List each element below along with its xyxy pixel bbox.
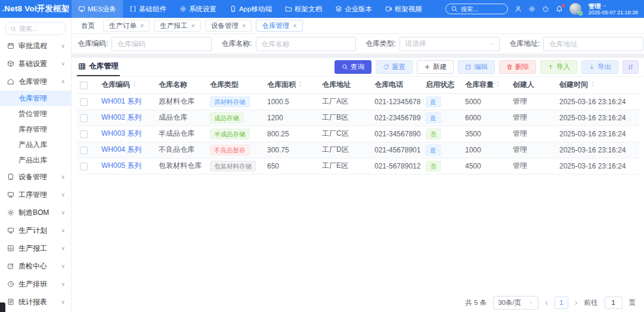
cell-area: 300.75 [264,142,318,158]
cell-capacity: 4500 [462,158,509,174]
sidebar-subitem[interactable]: 货位管理 [0,106,71,121]
row-checkbox[interactable] [80,130,88,138]
row-checkbox[interactable] [80,114,88,122]
navbar-search-input[interactable] [460,5,503,13]
sidebar-group[interactable]: 生产报工∨ [0,239,71,257]
tab-item[interactable]: 仓库管理× [256,20,302,32]
cell-area: 800.25 [264,126,318,142]
edit-button[interactable]: 编辑 [458,60,495,74]
user-block[interactable]: 管理 2025-05-07 21:18:38 [588,2,638,15]
caret-sort-icon [132,81,137,88]
sidebar-group[interactable]: 工序管理∨ [0,186,71,204]
warehouse-code-link[interactable]: WH002 系列 [101,113,141,121]
current-page[interactable]: 1 [555,297,568,309]
cell-phone: 021-34567890 [371,126,422,142]
sidebar-group[interactable]: 质检中心∨ [0,257,71,275]
bell-icon[interactable] [556,5,563,13]
navbar-menu-item[interactable]: App移动端 [223,0,278,18]
sidebar-group[interactable]: 设备管理∨ [0,168,71,186]
reset-button[interactable]: 重置 [376,60,413,74]
cell-capacity: 6000 [462,110,509,126]
cell-address: 工厂E区 [318,158,371,174]
sidebar-group[interactable]: 基础设置∨ [0,55,71,73]
tab-close-icon[interactable]: × [242,23,246,29]
search-button[interactable]: 查询 [335,60,371,74]
goto-page-input[interactable] [605,297,623,309]
table-settings-button[interactable] [623,60,639,74]
export-button[interactable]: 导出 [581,60,618,74]
cell-status: 否 [422,126,462,142]
import-button[interactable]: 导入 [540,60,577,74]
next-page-button[interactable]: › [575,298,578,307]
select-all-checkbox[interactable] [80,82,88,89]
cell-capacity: 3500 [462,126,509,142]
cell-address: 工厂A区 [318,93,371,110]
power-icon[interactable] [542,5,549,13]
cell-creator: 管理 [509,158,556,174]
chevron-down-icon: ∨ [61,299,65,305]
pencil-icon [465,64,472,70]
avatar[interactable] [569,3,581,15]
edit-icon [7,263,14,270]
delete-button[interactable]: 删除 [499,60,536,74]
sidebar-group-label: 工序管理 [18,190,47,200]
warehouse-code-link[interactable]: WH001 系列 [101,97,141,105]
navbar-menu-item[interactable]: 框架文档 [278,0,329,18]
column-header: 仓库容量 [462,77,509,93]
navbar-search[interactable] [445,4,508,14]
filter-input[interactable] [549,40,638,48]
sidebar-group[interactable]: 制造BOM∨ [0,204,71,221]
row-checkbox[interactable] [80,98,88,106]
sidebar-subitem[interactable]: 库存管理 [0,121,71,137]
search-icon [10,26,17,32]
sidebar-group[interactable]: 仓库管理∧ [0,73,71,91]
sidebar-group-label: 生产报工 [18,244,47,254]
sidebar-search-input[interactable] [19,25,61,32]
prev-page-button[interactable]: ‹ [545,298,548,307]
add-button[interactable]: 新建 [417,60,454,74]
cell-type: 包装材料存储 [206,158,264,174]
row-checkbox[interactable] [80,163,88,170]
sidebar-group[interactable]: 生产排班∨ [0,275,71,293]
table-row: WH003 系列半成品仓库半成品存储800.25工厂C区021-34567890… [76,126,639,142]
gear-icon[interactable] [528,5,535,13]
sidebar-group[interactable]: 审批流程∨ [0,37,71,55]
row-checkbox[interactable] [80,146,88,154]
user-icon[interactable] [515,5,522,13]
navbar-menu-item[interactable]: 框架视频 [379,0,429,18]
sidebar-group-label: 设备管理 [18,172,47,182]
navbar-menu-item[interactable]: 企业版本 [329,0,379,18]
filter-input[interactable] [261,40,351,48]
tab-item[interactable]: 生产报工× [154,20,200,32]
column-header: 创建时间 [556,77,639,93]
tab-label: 生产报工 [160,21,187,30]
tab-close-icon[interactable]: × [293,23,296,29]
page-size-select[interactable]: 30条/页 [493,296,538,310]
sidebar-subitem[interactable]: 产品入库 [0,137,71,152]
navbar-menu-item[interactable]: 基础组件 [123,0,173,18]
arrow-down-icon [589,64,595,70]
sidebar-subitem[interactable]: 产品出库 [0,152,71,168]
app-window: .Net8 Vol开发框架 MES业务基础组件系统设置App移动端框架文档企业版… [0,0,644,312]
sidebar-group-label: 基础设置 [18,59,47,69]
sidebar-search[interactable] [5,22,66,35]
tab-close-icon[interactable]: × [140,23,144,29]
tab-item[interactable]: 设备管理× [205,20,252,32]
tab-item[interactable]: 生产订单× [103,20,150,32]
warehouse-code-link[interactable]: WH004 系列 [101,145,141,154]
navbar-menu-item[interactable]: MES业务 [72,0,123,18]
sidebar-group[interactable]: 生产计划∨ [0,221,71,239]
sidebar-collapse-handle[interactable] [0,302,5,312]
tab-close-icon[interactable]: × [191,23,194,29]
sidebar-group-label: 统计报表 [18,297,47,307]
caret-sort-icon [496,81,501,88]
sidebar-subitem[interactable]: 仓库管理 [0,91,71,106]
warehouse-code-link[interactable]: WH003 系列 [101,129,141,138]
navbar-menu-item[interactable]: 系统设置 [173,0,223,18]
row-select-cell [76,126,98,142]
filter-input[interactable] [117,40,206,48]
tab-item[interactable]: 首页 [77,21,99,30]
sidebar-group[interactable]: 统计报表∨ [0,293,71,311]
warehouse-code-link[interactable]: WH005 系列 [101,161,141,170]
warehouse-type-select[interactable]: 请选择 [400,37,500,51]
